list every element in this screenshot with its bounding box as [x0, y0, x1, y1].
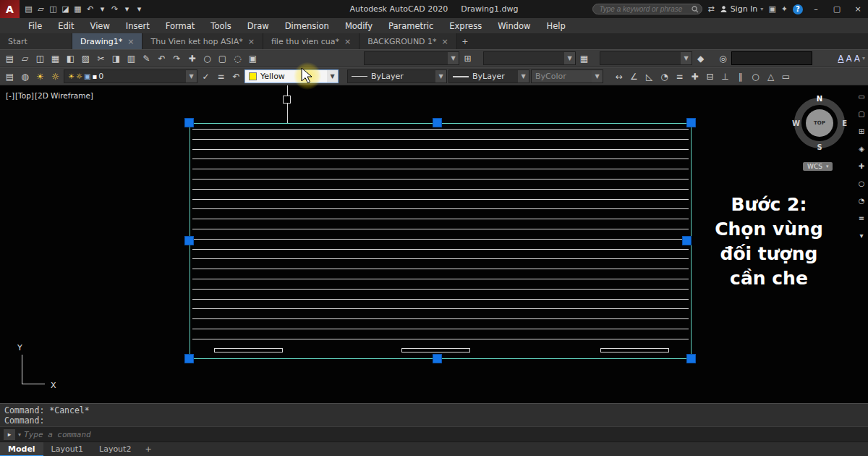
grip-top-mid[interactable] [433, 118, 442, 127]
menu-help[interactable]: Help [539, 18, 574, 33]
make-layer-current-icon[interactable]: ✓ [199, 69, 213, 83]
compass-south[interactable]: S [817, 143, 822, 151]
menu-dimension[interactable]: Dimension [277, 18, 337, 33]
selected-rectangle-object[interactable] [190, 123, 692, 359]
menu-edit[interactable]: Edit [50, 18, 82, 33]
compass-east[interactable]: E [842, 119, 847, 127]
annotative-text-icon[interactable]: A [838, 54, 843, 64]
zoom-realtime-icon[interactable]: ○ [200, 51, 214, 65]
layer-visibility-icon[interactable]: ☀ [68, 72, 75, 80]
autocad-logo-icon[interactable]: A [0, 0, 20, 18]
redo-icon[interactable]: ↷ [170, 51, 184, 65]
autodesk-apps-icon[interactable]: ✦ [781, 4, 788, 14]
compass-west[interactable]: W [792, 119, 800, 127]
measure-radius-icon[interactable]: ◔ [658, 69, 671, 83]
layer-states-icon[interactable]: ◍ [18, 69, 32, 83]
restore-button[interactable]: ▢ [829, 0, 845, 18]
chevron-down-icon[interactable]: ▼ [518, 70, 529, 83]
publish-icon[interactable]: ▨ [79, 51, 93, 65]
command-history[interactable]: Command: *Cancel*Command: [0, 403, 868, 426]
list-icon[interactable]: ≡ [673, 69, 686, 83]
table-style-icon[interactable]: ▦ [577, 51, 591, 65]
coincident-constraint-icon[interactable]: △ [764, 69, 778, 83]
viewport-pan-icon[interactable]: ✚ [856, 161, 867, 171]
chevron-down-icon[interactable]: ▼ [448, 52, 459, 64]
copy-icon[interactable]: ◨ [109, 51, 123, 65]
menu-format[interactable]: Format [158, 18, 203, 33]
grip-mid-left[interactable] [184, 236, 194, 245]
viewport-restore-icon[interactable]: ▭ [856, 91, 867, 101]
new-file-icon[interactable]: ▤ [22, 3, 35, 15]
chevron-down-icon[interactable]: ▾ [862, 55, 865, 62]
qat-menu-icon[interactable]: ▾ [133, 3, 145, 15]
search-icon[interactable] [692, 6, 699, 13]
undo-icon[interactable]: ↶ [84, 3, 96, 15]
lineweight-combo[interactable]: ByLayer ▼ [448, 69, 529, 83]
chevron-down-icon[interactable]: ▼ [186, 70, 197, 83]
open-file-icon[interactable]: ▱ [18, 51, 32, 65]
tangent-constraint-icon[interactable]: ○ [749, 69, 762, 83]
leader-node[interactable] [283, 96, 291, 104]
redo-icon[interactable]: ↷ [109, 3, 121, 15]
compass-north[interactable]: N [817, 95, 822, 103]
cut-icon[interactable]: ✂ [94, 51, 108, 65]
close-icon[interactable]: × [127, 37, 134, 46]
search-input[interactable] [592, 4, 702, 14]
menu-draw[interactable]: Draw [239, 18, 277, 33]
menu-express[interactable]: Express [441, 18, 490, 33]
zoom-previous-icon[interactable]: ◌ [231, 51, 244, 65]
text-height-icon[interactable]: A [854, 54, 860, 64]
command-input[interactable] [24, 430, 864, 439]
paste-icon[interactable]: ▥ [124, 51, 138, 65]
grip-top-right[interactable] [686, 118, 696, 127]
symmetric-constraint-icon[interactable]: ▭ [779, 69, 793, 83]
close-icon[interactable]: × [344, 37, 351, 46]
file-tab-start[interactable]: Start [0, 33, 72, 49]
exchange-icon[interactable]: ⇄ [707, 4, 714, 14]
layout2-tab[interactable]: Layout2 [91, 442, 139, 456]
file-tab-thu-vien-ket-hop[interactable]: Thu Vien ket hop ASIA* × [142, 33, 263, 49]
layer-properties-icon[interactable]: ▤ [3, 69, 17, 83]
sign-in-button[interactable]: Sign In ▾ [720, 4, 764, 14]
parallel-constraint-icon[interactable]: ∥ [733, 69, 747, 83]
view-cube-compass[interactable]: TOP N S W E [794, 98, 845, 148]
save-icon[interactable]: ◫ [33, 51, 47, 65]
save-as-icon[interactable]: ◪ [59, 3, 72, 15]
file-tab-background[interactable]: BACKGROUND 1* × [359, 33, 457, 49]
command-prompt-icon[interactable]: ▸ [4, 429, 15, 440]
chevron-down-icon[interactable]: ▼ [435, 70, 446, 83]
door-symbol[interactable] [600, 348, 669, 352]
grip-bottom-right[interactable] [686, 354, 696, 363]
menu-tools[interactable]: Tools [203, 18, 239, 33]
menu-window[interactable]: Window [490, 18, 538, 33]
minimize-button[interactable]: – [808, 0, 824, 18]
viewport-grid-icon[interactable]: ⊞ [856, 126, 867, 136]
undo-icon[interactable]: ↶ [155, 51, 169, 65]
door-symbol[interactable] [214, 348, 283, 352]
multileader-style-combo[interactable]: ▼ [600, 51, 692, 65]
layer-on-icon[interactable]: ☀ [33, 69, 47, 83]
viewport-more-icon[interactable]: ▾ [856, 230, 867, 240]
layout1-tab[interactable]: Layout1 [43, 442, 91, 456]
viewport-view-control[interactable]: [Top] [15, 91, 34, 100]
menu-file[interactable]: File [20, 18, 50, 33]
text-style-icon[interactable]: A [846, 54, 852, 64]
layer-lock-icon[interactable]: ▣ [84, 72, 90, 80]
undo-caret-icon[interactable]: ▾ [96, 3, 109, 15]
measure-distance-icon[interactable]: ↔ [612, 69, 626, 83]
grip-top-left[interactable] [184, 118, 194, 127]
color-combo[interactable]: Yellow ▼ [244, 69, 339, 83]
drawing-canvas[interactable]: [-] [Top] [2D Wireframe] TOP N S W [0, 85, 868, 403]
new-tab-button[interactable]: + [457, 33, 473, 49]
match-layer-icon[interactable]: ≡ [214, 69, 228, 83]
dim-style-combo[interactable]: ▼ [364, 51, 459, 65]
menu-view[interactable]: View [82, 18, 118, 33]
close-icon[interactable]: × [442, 37, 448, 46]
viewport-shade-icon[interactable]: ◈ [856, 143, 867, 153]
properties-icon[interactable]: ▣ [246, 51, 260, 65]
open-file-icon[interactable]: ▱ [35, 3, 47, 15]
close-button[interactable]: × [850, 0, 866, 18]
help-icon[interactable]: ? [793, 4, 803, 14]
chevron-down-icon[interactable]: ▼ [327, 70, 338, 83]
find-text-field[interactable] [731, 51, 812, 65]
